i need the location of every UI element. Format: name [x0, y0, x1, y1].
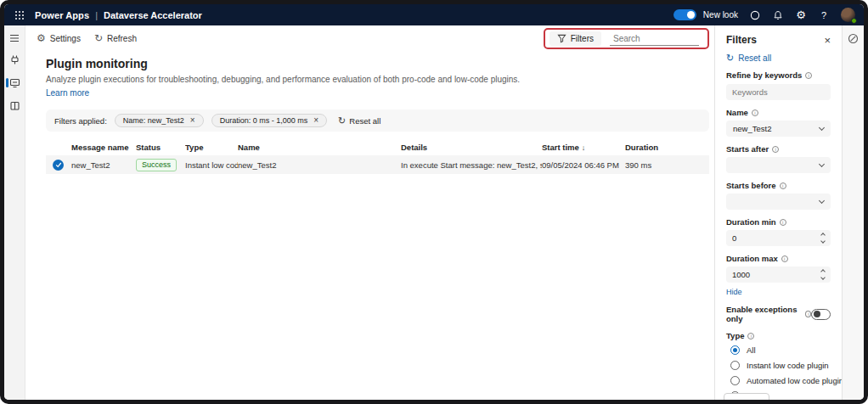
reset-all-label: Reset all — [349, 116, 380, 126]
header-right: New look ⚙ ? — [674, 8, 855, 22]
panel-bottom-button-partial[interactable] — [724, 393, 769, 400]
column-header[interactable]: Type — [185, 143, 238, 152]
type-option-all[interactable]: All — [730, 345, 831, 356]
column-header[interactable]: Name — [238, 143, 401, 152]
search-input[interactable] — [610, 31, 699, 46]
chevron-up-icon — [820, 233, 826, 238]
cell-type: Instant low code ... — [185, 160, 238, 170]
filters-applied-bar: Filters applied: Name: new_Test2 × Durat… — [46, 109, 709, 132]
duration-max-input[interactable] — [732, 270, 792, 279]
app-subtitle: Dataverse Accelerator — [104, 10, 202, 20]
name-label: Namei — [726, 108, 831, 117]
chevron-down-icon — [819, 124, 825, 130]
settings-label: Settings — [50, 34, 81, 43]
nav-book-icon[interactable] — [4, 98, 25, 114]
info-icon: i — [780, 219, 786, 226]
enable-exceptions-label: Enable exceptions onlyi — [726, 305, 811, 323]
filters-panel: Filters × ↻ Reset all Refine by keywords… — [714, 25, 842, 400]
info-icon: i — [781, 255, 788, 262]
column-header[interactable]: Status — [136, 143, 185, 152]
name-dropdown[interactable]: new_Test2 — [726, 121, 831, 137]
settings-gear-icon: ⚙ — [37, 33, 46, 43]
command-bar: ⚙ Settings ↻ Refresh Filters — [25, 25, 714, 48]
radio-selected-icon — [730, 345, 740, 355]
table-header: Message name Status Type Name Details St… — [46, 138, 709, 155]
circle-icon[interactable] — [749, 9, 761, 21]
duration-max-spinner — [726, 267, 831, 283]
filter-chip-duration[interactable]: Duration: 0 ms - 1,000 ms × — [211, 114, 327, 127]
starts-after-label: Starts afteri — [726, 144, 831, 154]
top-header: Power Apps | Dataverse Accelerator New l… — [4, 4, 864, 25]
settings-gear-icon[interactable]: ⚙ — [795, 9, 807, 21]
nav-plugin-monitoring-icon[interactable] — [4, 75, 25, 91]
duration-max-label: Duration maxi — [726, 254, 831, 263]
app-window: Power Apps | Dataverse Accelerator New l… — [0, 0, 868, 404]
table-row[interactable]: new_Test2 Success Instant low code ... n… — [46, 155, 709, 174]
type-option-instant[interactable]: Instant low code plugin — [730, 360, 831, 371]
chip-dismiss-icon[interactable]: × — [313, 116, 318, 125]
refine-by-keywords-label: Refine by keywordsi — [726, 70, 831, 80]
waffle-menu-icon[interactable] — [14, 10, 25, 20]
pencil-circle-icon[interactable] — [848, 33, 859, 44]
body-row: ⚙ Settings ↻ Refresh Filters — [4, 25, 864, 400]
starts-before-label: Starts beforei — [726, 181, 831, 190]
reset-all-button[interactable]: ↻ Reset all — [338, 116, 380, 126]
row-selected-check-icon[interactable] — [53, 160, 64, 171]
chevron-down-icon — [819, 197, 825, 203]
avatar[interactable] — [841, 8, 855, 22]
new-look-toggle[interactable] — [674, 9, 696, 20]
type-option-automated[interactable]: Automated low code plugin — [730, 375, 831, 386]
cell-name: new_Test2 — [238, 160, 401, 170]
info-icon: i — [780, 182, 786, 189]
info-icon: i — [752, 109, 758, 116]
settings-button[interactable]: ⚙ Settings — [37, 33, 81, 43]
keywords-input[interactable] — [726, 84, 831, 100]
starts-after-dropdown[interactable] — [726, 157, 831, 173]
cell-details: In execute Start message: new_Test2, sta… — [401, 160, 542, 170]
cell-start-time: 09/05/2024 06:46 PM — [542, 160, 625, 170]
chip-dismiss-icon[interactable]: × — [190, 116, 195, 125]
refresh-icon: ↻ — [94, 33, 103, 43]
filters-button-label: Filters — [571, 34, 594, 43]
app-name[interactable]: Power Apps — [35, 10, 89, 20]
column-header[interactable]: Message name — [71, 143, 136, 152]
starts-before-dropdown[interactable] — [726, 194, 831, 210]
page-description: Analyze plugin executions for troublesho… — [46, 75, 709, 84]
app-separator: | — [95, 10, 98, 20]
nav-plug-icon[interactable] — [4, 52, 25, 68]
refresh-button[interactable]: ↻ Refresh — [94, 33, 137, 43]
page-content: Plugin monitoring Analyze plugin executi… — [25, 48, 714, 400]
column-header[interactable]: Duration — [625, 143, 709, 152]
page-title: Plugin monitoring — [46, 57, 709, 70]
spinner-arrows[interactable] — [821, 270, 825, 279]
column-header[interactable]: Details — [401, 143, 542, 152]
filter-funnel-icon — [557, 34, 566, 43]
close-icon[interactable]: × — [824, 35, 831, 46]
info-icon: i — [805, 72, 812, 79]
duration-min-spinner — [726, 230, 831, 246]
filter-chip-name[interactable]: Name: new_Test2 × — [115, 114, 204, 127]
hide-link[interactable]: Hide — [726, 288, 742, 296]
cell-duration: 390 ms — [625, 160, 709, 170]
radio-icon — [730, 361, 740, 370]
notifications-bell-icon[interactable] — [772, 9, 784, 21]
chip-label: Duration: 0 ms - 1,000 ms — [220, 116, 308, 125]
chevron-down-icon — [820, 238, 826, 244]
filters-button[interactable]: Filters — [550, 31, 601, 46]
status-badge: Success — [136, 159, 177, 171]
nav-hamburger-icon[interactable] — [4, 31, 25, 45]
presence-dot — [851, 18, 857, 24]
learn-more-link[interactable]: Learn more — [46, 88, 89, 98]
filters-panel-title: Filters — [726, 34, 757, 46]
duration-min-input[interactable] — [732, 233, 792, 243]
filters-applied-label: Filters applied: — [54, 116, 107, 126]
main-area: ⚙ Settings ↻ Refresh Filters — [25, 25, 714, 400]
panel-reset-all-button[interactable]: ↻ Reset all — [726, 53, 771, 63]
left-nav-rail — [4, 25, 25, 400]
spinner-arrows[interactable] — [821, 233, 825, 243]
column-header-start-time[interactable]: Start time↓ — [542, 143, 625, 152]
exceptions-toggle[interactable] — [811, 309, 831, 320]
help-icon[interactable]: ? — [818, 9, 830, 21]
red-annotation-box: Filters — [544, 28, 709, 49]
info-icon: i — [772, 146, 779, 153]
